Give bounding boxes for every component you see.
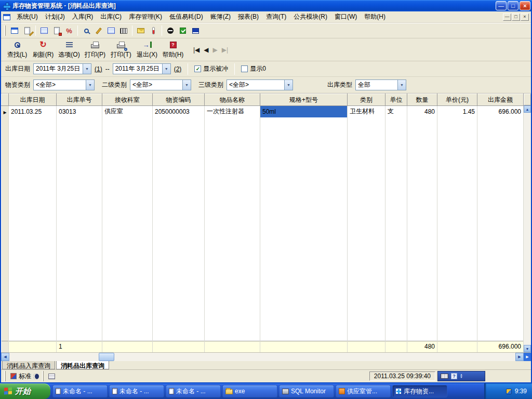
header-quantity[interactable]: 数量 [407,94,437,106]
checkbox-checked-icon[interactable]: ✓ [194,65,201,72]
table-cell[interactable]: 一次性注射器 [205,106,260,117]
task-button-exe-folder[interactable]: exe [222,385,277,397]
table-cell[interactable]: 供应室 [102,106,153,117]
book-icon[interactable] [189,24,202,37]
task-button-sql-monitor[interactable]: SQL Monitor [279,385,334,397]
menu-lowvalue[interactable]: 低值易耗(D) [166,11,207,22]
task-button-inventory-system[interactable]: 库存物资... [392,385,447,397]
date-from-combo[interactable]: 2011年 3月25日 ▼ [33,63,91,74]
header-unit[interactable]: 单位 [385,94,407,106]
scroll-right-button[interactable]: ▶ [515,353,524,361]
table-cell[interactable]: 03013 [57,106,102,117]
header-receiving-dept[interactable]: 接收科室 [102,94,153,106]
grid-icon[interactable] [48,374,55,379]
table-cell[interactable]: 480 [407,106,437,117]
mdi-close-button[interactable]: × [521,14,529,21]
menu-system[interactable]: 系统(U) [13,11,42,22]
grid-icon[interactable] [105,24,117,37]
language-bar-options-icon[interactable]: ▲▼ [460,374,463,379]
material-category-combo[interactable]: <全部> ▼ [33,79,95,90]
moon-icon[interactable] [33,374,39,379]
show-zero-checkbox[interactable]: 显示0 [241,64,266,73]
table-cell[interactable]: 支 [385,106,407,117]
scroll-down-button[interactable]: ▼ [524,345,531,352]
help-icon[interactable]: ? [451,373,457,379]
toolbar-grip[interactable] [4,371,6,381]
report-icon[interactable] [50,24,63,37]
menu-query[interactable]: 查询(T) [262,11,290,22]
task-button-untitled-1[interactable]: 未命名 - ... [52,385,108,397]
stop-icon[interactable] [164,24,177,37]
menu-help[interactable]: 帮助(H) [361,11,389,22]
chevron-down-icon[interactable]: ▼ [83,64,91,74]
outbound-type-combo[interactable]: 全部 ▼ [355,79,406,90]
scroll-left-button[interactable]: ◀ [1,353,9,361]
print-preview-button[interactable]: 打印(T) [108,39,134,60]
menu-outbound[interactable]: 出库(C) [97,11,125,22]
nav-first-button[interactable]: |◀ [193,46,200,54]
mdi-minimize-button[interactable]: — [503,14,511,21]
task-button-untitled-3[interactable]: 未命名 - ... [166,385,221,397]
header-item-name[interactable]: 物品名称 [205,94,260,106]
header-spec-model[interactable]: 规格+型号 [260,94,348,106]
maximize-button[interactable]: □ [508,1,518,10]
table-cell[interactable]: 2050000003 [153,106,205,117]
menu-inbound[interactable]: 入库(R) [69,11,97,22]
table-cell[interactable]: 卫生材料 [348,106,385,117]
ok-icon[interactable] [177,24,189,37]
header-category[interactable]: 类别 [348,94,385,106]
mail-icon[interactable] [135,24,147,37]
print-button[interactable]: 打印(P) [82,39,108,60]
task-button-supply-room[interactable]: 供应室管... [336,385,391,397]
thermometer-icon[interactable] [147,24,159,37]
scroll-up-button[interactable]: ▲ [524,105,531,113]
options-button[interactable]: 选项(O) [56,39,82,60]
refresh-button[interactable]: ↻ 刷新(R) [30,39,56,60]
table-cell[interactable]: 2011.03.25 [9,106,57,117]
menu-inventory[interactable]: 库存管理(K) [125,11,166,22]
horizontal-scrollbar[interactable]: ◀ ▶ ▶ [1,352,531,361]
scroll-thumb[interactable] [99,353,114,361]
menu-report[interactable]: 报表(B) [234,11,262,22]
chevron-down-icon[interactable]: ▼ [284,80,292,90]
exit-button[interactable]: → 退出(X) [134,39,160,60]
table-cell-selected[interactable]: 50ml [260,106,348,117]
language-bar[interactable]: ? ▲▼ [437,371,485,381]
close-button[interactable]: × [520,1,530,10]
chevron-down-icon[interactable]: ▼ [182,80,191,90]
menu-plan[interactable]: 计划(J) [42,11,69,22]
table-cell[interactable]: 696.000 [477,106,524,117]
find-button[interactable]: 查找(L) [4,39,30,60]
chevron-down-icon[interactable]: ▼ [397,80,406,90]
edit-icon[interactable] [92,24,105,37]
tray-icon[interactable] [506,389,512,394]
keyboard-icon[interactable] [441,374,448,379]
header-outbound-date[interactable]: 出库日期 [9,94,57,106]
header-material-code[interactable]: 物资编码 [153,94,205,106]
search-icon[interactable] [80,24,92,37]
show-reversed-checkbox[interactable]: ✓ 显示被冲 [194,64,228,73]
menu-public-module[interactable]: 公共模块(R) [290,11,331,22]
task-button-untitled-2[interactable]: 未命名 - ... [109,385,164,397]
minimize-button[interactable]: — [496,1,507,10]
menu-window[interactable]: 窗口(W) [331,11,361,22]
header-amount[interactable]: 出库金额 [477,94,524,106]
help-button[interactable]: ? 帮助(H) [160,39,186,60]
table-cell[interactable]: 1.45 [437,106,477,117]
nav-prev-button[interactable]: ◀ [204,46,208,54]
checkbox-unchecked-icon[interactable] [241,65,248,72]
level2-category-combo[interactable]: <全部> ▼ [130,79,191,90]
percent-icon[interactable]: % [63,24,75,37]
edit-form-icon[interactable] [21,24,33,37]
vertical-scrollbar[interactable]: ▲ ▼ [524,94,531,352]
chevron-down-icon[interactable]: ▼ [162,64,170,74]
date-to-combo[interactable]: 2011年 3月25日 ▼ [113,63,171,74]
barcode-icon[interactable] [117,24,130,37]
header-order-number[interactable]: 出库单号 [57,94,102,106]
header-unit-price[interactable]: 单价(元) [437,94,477,106]
new-form-icon[interactable] [8,24,21,37]
table-view-icon[interactable] [38,24,50,37]
menu-ledger[interactable]: 账簿(Z) [207,11,234,22]
scroll-track[interactable] [524,113,531,345]
chevron-down-icon[interactable]: ▼ [86,80,94,90]
